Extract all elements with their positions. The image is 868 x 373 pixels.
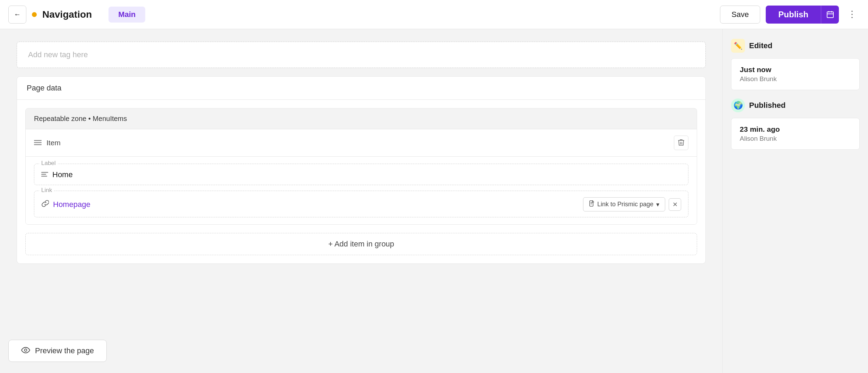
page-title: Navigation (42, 9, 92, 20)
label-field-text: Home (52, 170, 73, 179)
edited-title: Edited (749, 41, 772, 50)
published-section: 🌍 Published 23 min. ago Alison Brunk (731, 98, 860, 150)
svg-rect-7 (41, 172, 48, 173)
link-type-button[interactable]: Link to Prismic page ▾ (583, 197, 665, 211)
close-icon: ✕ (672, 201, 678, 208)
svg-rect-0 (827, 12, 833, 18)
edited-author: Alison Brunk (740, 75, 851, 83)
fields-area: Label Home (26, 157, 697, 224)
edited-time: Just now (740, 66, 851, 74)
header-right: Save Publish ⋮ (720, 6, 860, 24)
link-right: Link to Prismic page ▾ ✕ (583, 197, 681, 211)
tag-input-placeholder: Add new tag here (28, 50, 88, 59)
header-left: ← Navigation Main (8, 6, 714, 24)
preview-label: Preview the page (35, 346, 94, 355)
publish-group: Publish (766, 6, 839, 24)
eye-icon (21, 346, 30, 355)
link-type-label: Link to Prismic page (597, 201, 653, 208)
save-button[interactable]: Save (720, 6, 760, 24)
trash-icon (678, 139, 684, 147)
page-data-section: Page data Repeatable zone • MenuItems (17, 76, 706, 264)
item-row: Item (26, 129, 697, 157)
svg-rect-9 (41, 176, 47, 177)
published-title-row: 🌍 Published (731, 98, 860, 112)
label-field-label: Label (39, 160, 58, 167)
status-dot (32, 12, 37, 17)
link-field-label: Link (39, 187, 54, 194)
edited-section: ✏️ Edited Just now Alison Brunk (731, 39, 860, 90)
edited-title-row: ✏️ Edited (731, 39, 860, 53)
text-lines-icon (41, 171, 48, 179)
label-field-group: Label Home (34, 164, 688, 185)
link-chain-icon (41, 200, 49, 209)
item-label: Item (46, 139, 61, 147)
back-button[interactable]: ← (8, 6, 26, 24)
file-icon (589, 200, 594, 208)
link-field-value: Homepage (41, 195, 681, 211)
svg-point-11 (25, 349, 27, 352)
link-field-group: Link Homepage (34, 191, 688, 217)
published-title: Published (749, 101, 785, 110)
add-item-in-group-button[interactable]: + Add item in group (25, 233, 697, 255)
repeatable-zone: Repeatable zone • MenuItems Item (25, 108, 697, 225)
tag-input-area[interactable]: Add new tag here (17, 42, 706, 68)
repeatable-zone-header: Repeatable zone • MenuItems (26, 109, 697, 129)
item-list-icon (34, 139, 42, 147)
published-history-card: 23 min. ago Alison Brunk (731, 118, 860, 150)
header: ← Navigation Main Save Publish ⋮ (0, 0, 868, 29)
published-icon: 🌍 (731, 98, 745, 112)
clear-link-button[interactable]: ✕ (669, 198, 681, 211)
center-content: Add new tag here Page data Repeatable zo… (0, 29, 722, 373)
published-time: 23 min. ago (740, 125, 851, 133)
edited-history-card: Just now Alison Brunk (731, 58, 860, 90)
published-author: Alison Brunk (740, 135, 851, 142)
label-field-value: Home (41, 168, 681, 179)
svg-rect-6 (34, 144, 42, 145)
edited-icon: ✏️ (731, 39, 745, 53)
link-left: Homepage (41, 200, 90, 209)
svg-rect-8 (41, 174, 46, 175)
main-layout: Add new tag here Page data Repeatable zo… (0, 29, 868, 373)
svg-rect-5 (34, 142, 42, 143)
right-sidebar: ✏️ Edited Just now Alison Brunk 🌍 Publis… (722, 29, 868, 373)
item-row-left: Item (34, 139, 61, 147)
globe-emoji: 🌍 (734, 101, 743, 110)
page-data-header: Page data (17, 77, 705, 100)
publish-button[interactable]: Publish (766, 6, 821, 24)
pencil-icon: ✏️ (734, 42, 743, 50)
more-menu-button[interactable]: ⋮ (844, 7, 860, 22)
link-field-text: Homepage (53, 200, 90, 209)
tab-main[interactable]: Main (108, 7, 145, 23)
preview-page-button[interactable]: Preview the page (8, 340, 107, 362)
publish-calendar-button[interactable] (821, 6, 839, 24)
calendar-icon (826, 10, 834, 19)
chevron-down-icon: ▾ (656, 201, 659, 208)
add-item-label: + Add item in group (328, 240, 394, 249)
back-icon: ← (14, 10, 21, 18)
svg-rect-4 (34, 140, 42, 141)
delete-item-button[interactable] (674, 136, 688, 150)
